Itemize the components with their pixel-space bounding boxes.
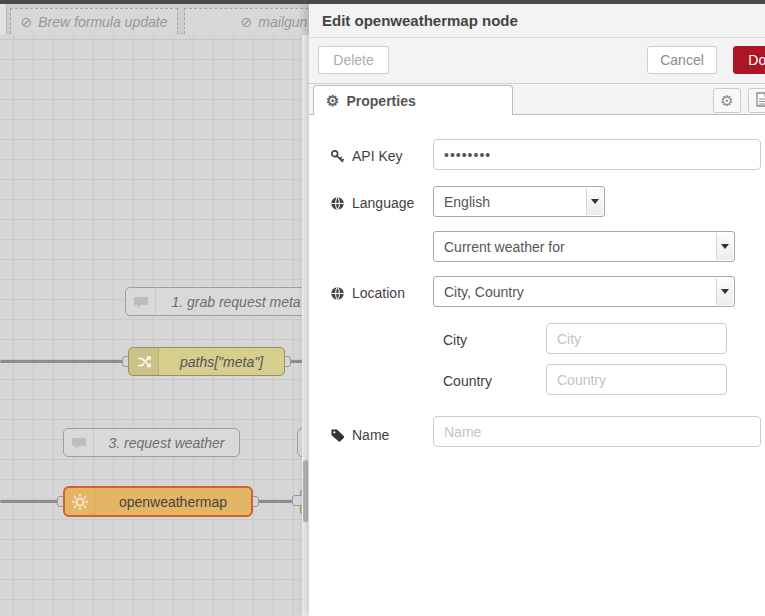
wire[interactable] <box>0 500 60 503</box>
done-button[interactable]: Done <box>733 46 765 74</box>
city-label: City <box>443 330 467 350</box>
location-select[interactable]: City, Country <box>433 276 735 307</box>
flow-tab-label: Brew formula update <box>38 14 167 30</box>
edit-node-dialog: Edit openweathermap node Delete Cancel D… <box>309 4 765 616</box>
canvas-scrollbar-thumb[interactable] <box>303 460 308 522</box>
cancel-button[interactable]: Cancel <box>647 46 717 74</box>
comment-bubble-icon <box>126 288 156 315</box>
country-input[interactable] <box>546 364 727 395</box>
sun-icon <box>65 488 95 515</box>
disabled-flow-icon: ⊘ <box>241 14 253 30</box>
node-settings-button[interactable]: ⚙ <box>713 88 741 113</box>
country-label: Country <box>443 371 492 391</box>
language-select[interactable]: English <box>433 186 605 217</box>
dialog-button-row: Delete Cancel Done <box>309 38 765 84</box>
tab-properties-label: Properties <box>346 93 415 109</box>
dialog-title: Edit openweathermap node <box>309 4 765 38</box>
node-label: 3. request weather <box>94 435 239 451</box>
flow-tab-bar: ⊘ Brew formula update ⊘ mailgun <box>0 4 309 34</box>
key-icon <box>330 149 345 164</box>
flow-tab-brew-formula-update[interactable]: ⊘ Brew formula update <box>10 8 178 34</box>
wire[interactable] <box>256 500 296 503</box>
node-comment-grab-request-meta[interactable]: 1. grab request meta <box>125 287 309 316</box>
globe-icon <box>330 196 345 211</box>
chevron-down-icon <box>716 233 733 260</box>
api-key-label: API Key <box>330 146 403 166</box>
change-shuffle-icon <box>129 348 159 375</box>
properties-form: API Key Language English Current weather… <box>309 115 765 616</box>
document-icon <box>756 92 765 110</box>
node-change-paths-meta[interactable]: paths["meta"] <box>128 347 285 376</box>
node-openweathermap[interactable]: openweathermap <box>63 486 253 517</box>
api-key-input[interactable] <box>433 139 761 170</box>
wire[interactable] <box>0 360 126 363</box>
node-comment-request-weather[interactable]: 3. request weather <box>63 428 240 457</box>
city-input[interactable] <box>546 323 727 354</box>
gear-icon: ⚙ <box>720 92 733 110</box>
gear-icon: ⚙ <box>326 92 339 110</box>
node-description-button[interactable] <box>748 88 765 113</box>
comment-bubble-icon <box>64 429 94 456</box>
name-input[interactable] <box>433 416 761 447</box>
chevron-down-icon <box>716 278 733 305</box>
canvas-scrollbar[interactable] <box>302 35 309 616</box>
node-label: 1. grab request meta <box>156 294 309 310</box>
delete-button[interactable]: Delete <box>318 46 389 74</box>
dialog-tab-row: ⚙ Properties ⚙ <box>309 84 765 115</box>
weather-type-select[interactable]: Current weather for <box>433 231 735 262</box>
header-bottom-strip <box>0 0 765 4</box>
tab-properties[interactable]: ⚙ Properties <box>313 85 513 115</box>
flow-workspace: ⊘ Brew formula update ⊘ mailgun 1. grab … <box>0 4 309 616</box>
disabled-flow-icon: ⊘ <box>21 14 33 30</box>
language-label: Language <box>330 193 414 213</box>
tag-icon <box>330 428 345 443</box>
node-label: paths["meta"] <box>159 354 284 370</box>
flow-tab-label: mailgun <box>258 14 307 30</box>
node-label: openweathermap <box>95 494 251 510</box>
flow-tab-mailgun[interactable]: ⊘ mailgun <box>184 8 309 34</box>
tab-bar-spacer <box>0 4 7 34</box>
location-label: Location <box>330 283 405 303</box>
name-label: Name <box>330 425 389 445</box>
globe-icon <box>330 286 345 301</box>
flow-canvas: 1. grab request meta paths["meta"] 3. re… <box>0 35 302 616</box>
chevron-down-icon <box>586 188 603 215</box>
